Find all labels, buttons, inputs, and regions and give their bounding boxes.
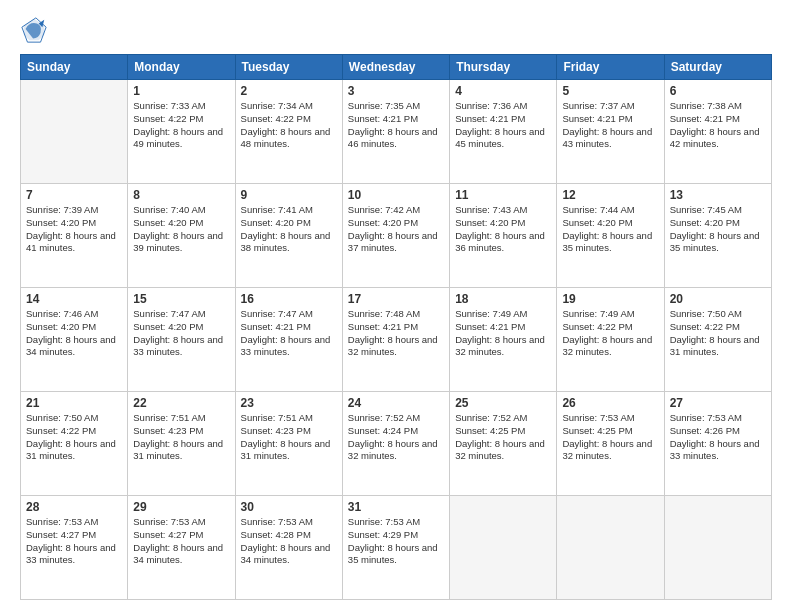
cell-info: Sunrise: 7:39 AMSunset: 4:20 PMDaylight:… — [26, 204, 122, 255]
header — [20, 16, 772, 44]
cell-info: Sunrise: 7:52 AMSunset: 4:25 PMDaylight:… — [455, 412, 551, 463]
day-number: 9 — [241, 188, 337, 202]
calendar-table: SundayMondayTuesdayWednesdayThursdayFrid… — [20, 54, 772, 600]
calendar-cell: 8Sunrise: 7:40 AMSunset: 4:20 PMDaylight… — [128, 184, 235, 288]
cell-info: Sunrise: 7:45 AMSunset: 4:20 PMDaylight:… — [670, 204, 766, 255]
cell-info: Sunrise: 7:51 AMSunset: 4:23 PMDaylight:… — [133, 412, 229, 463]
logo — [20, 16, 52, 44]
calendar-cell: 20Sunrise: 7:50 AMSunset: 4:22 PMDayligh… — [664, 288, 771, 392]
cell-info: Sunrise: 7:40 AMSunset: 4:20 PMDaylight:… — [133, 204, 229, 255]
day-number: 10 — [348, 188, 444, 202]
calendar-cell: 9Sunrise: 7:41 AMSunset: 4:20 PMDaylight… — [235, 184, 342, 288]
calendar-cell: 3Sunrise: 7:35 AMSunset: 4:21 PMDaylight… — [342, 80, 449, 184]
cell-info: Sunrise: 7:47 AMSunset: 4:20 PMDaylight:… — [133, 308, 229, 359]
calendar-cell: 10Sunrise: 7:42 AMSunset: 4:20 PMDayligh… — [342, 184, 449, 288]
cell-info: Sunrise: 7:53 AMSunset: 4:25 PMDaylight:… — [562, 412, 658, 463]
day-number: 25 — [455, 396, 551, 410]
day-number: 16 — [241, 292, 337, 306]
calendar-cell: 7Sunrise: 7:39 AMSunset: 4:20 PMDaylight… — [21, 184, 128, 288]
day-number: 4 — [455, 84, 551, 98]
day-number: 12 — [562, 188, 658, 202]
cell-info: Sunrise: 7:49 AMSunset: 4:22 PMDaylight:… — [562, 308, 658, 359]
cell-info: Sunrise: 7:35 AMSunset: 4:21 PMDaylight:… — [348, 100, 444, 151]
day-number: 30 — [241, 500, 337, 514]
day-number: 2 — [241, 84, 337, 98]
cell-info: Sunrise: 7:34 AMSunset: 4:22 PMDaylight:… — [241, 100, 337, 151]
cell-info: Sunrise: 7:33 AMSunset: 4:22 PMDaylight:… — [133, 100, 229, 151]
calendar-day-header: Wednesday — [342, 55, 449, 80]
calendar-week-row: 21Sunrise: 7:50 AMSunset: 4:22 PMDayligh… — [21, 392, 772, 496]
calendar-cell: 13Sunrise: 7:45 AMSunset: 4:20 PMDayligh… — [664, 184, 771, 288]
cell-info: Sunrise: 7:43 AMSunset: 4:20 PMDaylight:… — [455, 204, 551, 255]
cell-info: Sunrise: 7:47 AMSunset: 4:21 PMDaylight:… — [241, 308, 337, 359]
day-number: 19 — [562, 292, 658, 306]
calendar-cell: 5Sunrise: 7:37 AMSunset: 4:21 PMDaylight… — [557, 80, 664, 184]
calendar-cell: 6Sunrise: 7:38 AMSunset: 4:21 PMDaylight… — [664, 80, 771, 184]
calendar-cell: 30Sunrise: 7:53 AMSunset: 4:28 PMDayligh… — [235, 496, 342, 600]
calendar-day-header: Sunday — [21, 55, 128, 80]
calendar-cell: 29Sunrise: 7:53 AMSunset: 4:27 PMDayligh… — [128, 496, 235, 600]
day-number: 7 — [26, 188, 122, 202]
calendar-cell: 25Sunrise: 7:52 AMSunset: 4:25 PMDayligh… — [450, 392, 557, 496]
day-number: 18 — [455, 292, 551, 306]
calendar-cell: 19Sunrise: 7:49 AMSunset: 4:22 PMDayligh… — [557, 288, 664, 392]
cell-info: Sunrise: 7:52 AMSunset: 4:24 PMDaylight:… — [348, 412, 444, 463]
calendar-week-row: 1Sunrise: 7:33 AMSunset: 4:22 PMDaylight… — [21, 80, 772, 184]
day-number: 31 — [348, 500, 444, 514]
day-number: 29 — [133, 500, 229, 514]
calendar-cell: 2Sunrise: 7:34 AMSunset: 4:22 PMDaylight… — [235, 80, 342, 184]
day-number: 15 — [133, 292, 229, 306]
calendar-cell: 26Sunrise: 7:53 AMSunset: 4:25 PMDayligh… — [557, 392, 664, 496]
day-number: 3 — [348, 84, 444, 98]
calendar-cell: 18Sunrise: 7:49 AMSunset: 4:21 PMDayligh… — [450, 288, 557, 392]
calendar-day-header: Tuesday — [235, 55, 342, 80]
cell-info: Sunrise: 7:37 AMSunset: 4:21 PMDaylight:… — [562, 100, 658, 151]
cell-info: Sunrise: 7:53 AMSunset: 4:26 PMDaylight:… — [670, 412, 766, 463]
day-number: 13 — [670, 188, 766, 202]
cell-info: Sunrise: 7:49 AMSunset: 4:21 PMDaylight:… — [455, 308, 551, 359]
day-number: 1 — [133, 84, 229, 98]
cell-info: Sunrise: 7:41 AMSunset: 4:20 PMDaylight:… — [241, 204, 337, 255]
calendar-day-header: Saturday — [664, 55, 771, 80]
calendar-cell: 28Sunrise: 7:53 AMSunset: 4:27 PMDayligh… — [21, 496, 128, 600]
calendar-header-row: SundayMondayTuesdayWednesdayThursdayFrid… — [21, 55, 772, 80]
calendar-cell — [664, 496, 771, 600]
calendar-cell: 17Sunrise: 7:48 AMSunset: 4:21 PMDayligh… — [342, 288, 449, 392]
calendar-cell: 27Sunrise: 7:53 AMSunset: 4:26 PMDayligh… — [664, 392, 771, 496]
calendar-cell: 31Sunrise: 7:53 AMSunset: 4:29 PMDayligh… — [342, 496, 449, 600]
cell-info: Sunrise: 7:50 AMSunset: 4:22 PMDaylight:… — [26, 412, 122, 463]
logo-icon — [20, 16, 48, 44]
cell-info: Sunrise: 7:38 AMSunset: 4:21 PMDaylight:… — [670, 100, 766, 151]
cell-info: Sunrise: 7:46 AMSunset: 4:20 PMDaylight:… — [26, 308, 122, 359]
page: SundayMondayTuesdayWednesdayThursdayFrid… — [0, 0, 792, 612]
day-number: 23 — [241, 396, 337, 410]
day-number: 11 — [455, 188, 551, 202]
calendar-week-row: 28Sunrise: 7:53 AMSunset: 4:27 PMDayligh… — [21, 496, 772, 600]
cell-info: Sunrise: 7:44 AMSunset: 4:20 PMDaylight:… — [562, 204, 658, 255]
cell-info: Sunrise: 7:50 AMSunset: 4:22 PMDaylight:… — [670, 308, 766, 359]
day-number: 28 — [26, 500, 122, 514]
calendar-cell: 22Sunrise: 7:51 AMSunset: 4:23 PMDayligh… — [128, 392, 235, 496]
calendar-day-header: Monday — [128, 55, 235, 80]
calendar-cell: 15Sunrise: 7:47 AMSunset: 4:20 PMDayligh… — [128, 288, 235, 392]
cell-info: Sunrise: 7:36 AMSunset: 4:21 PMDaylight:… — [455, 100, 551, 151]
day-number: 5 — [562, 84, 658, 98]
day-number: 6 — [670, 84, 766, 98]
day-number: 14 — [26, 292, 122, 306]
day-number: 24 — [348, 396, 444, 410]
calendar-cell: 16Sunrise: 7:47 AMSunset: 4:21 PMDayligh… — [235, 288, 342, 392]
day-number: 27 — [670, 396, 766, 410]
calendar-week-row: 7Sunrise: 7:39 AMSunset: 4:20 PMDaylight… — [21, 184, 772, 288]
calendar-cell: 12Sunrise: 7:44 AMSunset: 4:20 PMDayligh… — [557, 184, 664, 288]
calendar-cell: 4Sunrise: 7:36 AMSunset: 4:21 PMDaylight… — [450, 80, 557, 184]
calendar-cell — [21, 80, 128, 184]
calendar-cell: 11Sunrise: 7:43 AMSunset: 4:20 PMDayligh… — [450, 184, 557, 288]
calendar-week-row: 14Sunrise: 7:46 AMSunset: 4:20 PMDayligh… — [21, 288, 772, 392]
day-number: 26 — [562, 396, 658, 410]
cell-info: Sunrise: 7:48 AMSunset: 4:21 PMDaylight:… — [348, 308, 444, 359]
day-number: 17 — [348, 292, 444, 306]
cell-info: Sunrise: 7:42 AMSunset: 4:20 PMDaylight:… — [348, 204, 444, 255]
day-number: 8 — [133, 188, 229, 202]
day-number: 22 — [133, 396, 229, 410]
calendar-cell: 14Sunrise: 7:46 AMSunset: 4:20 PMDayligh… — [21, 288, 128, 392]
